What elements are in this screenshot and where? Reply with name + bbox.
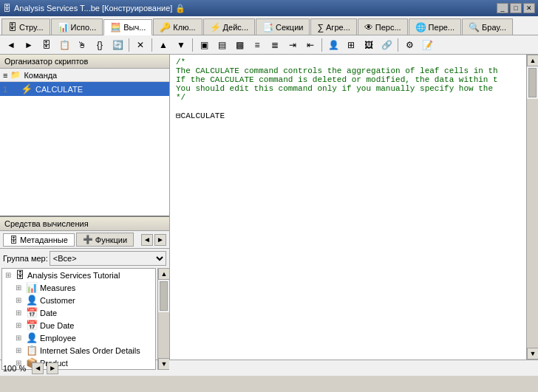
- tree-item-employee[interactable]: ⊞ 👤 Employee: [2, 331, 155, 344]
- tab-aggregate-label: Агре...: [326, 23, 350, 32]
- script-item-label-1: CALCULATE: [35, 85, 83, 94]
- tab-actions[interactable]: ⚡ Дейс...: [203, 18, 255, 35]
- toolbar-indent-btn[interactable]: ⇥: [285, 38, 301, 52]
- toolbar-grid-btn[interactable]: ⊞: [343, 38, 359, 52]
- tab-sections[interactable]: 📑 Секции: [256, 18, 310, 35]
- duedate-icon: 📅: [26, 320, 38, 331]
- toolbar-img-btn[interactable]: 🖼: [361, 38, 377, 52]
- status-nav-left[interactable]: ◄: [32, 362, 44, 374]
- tree-item-duedate-label: Due Date: [40, 321, 74, 330]
- tree-root[interactable]: ⊞ 🗄 Analysis Services Tutorial: [2, 269, 155, 281]
- command-header-label: Команда: [24, 71, 57, 80]
- toolbar-view-btn3[interactable]: ▩: [231, 38, 248, 52]
- employee-icon: 👤: [26, 332, 38, 343]
- tree-item-duedate[interactable]: ⊞ 📅 Due Date: [2, 319, 155, 331]
- tab-key-label: Клю...: [173, 23, 195, 32]
- title-bar-buttons: _ □ ✕: [497, 3, 535, 13]
- tab-key[interactable]: 🔑 Клю...: [153, 18, 202, 35]
- tree-item-date-label: Date: [40, 309, 57, 317]
- tab-functions[interactable]: ➕ Функции: [76, 233, 134, 247]
- editor-content[interactable]: /* The CALCULATE command controls the ag…: [170, 55, 526, 360]
- measures-icon: 📊: [26, 282, 38, 293]
- editor-scroll-up[interactable]: ▲: [527, 55, 538, 66]
- status-nav-right[interactable]: ►: [47, 362, 58, 374]
- measure-group-select[interactable]: <Все>: [50, 251, 166, 266]
- toolbar-btn-4[interactable]: {}: [92, 38, 108, 52]
- toolbar-view-btn[interactable]: ▣: [196, 38, 212, 52]
- tree-item-measures[interactable]: ⊞ 📊 Measures: [2, 281, 155, 294]
- editor-scroll-down[interactable]: ▼: [527, 348, 538, 360]
- functions-icon: ➕: [83, 235, 93, 244]
- toolbar-btn-5[interactable]: 🔄: [109, 38, 126, 52]
- editor-panel: /* The CALCULATE command controls the ag…: [170, 55, 538, 360]
- close-button[interactable]: ✕: [523, 3, 535, 13]
- tab-browse[interactable]: 🔍 Брау...: [462, 18, 513, 35]
- main-content: Организатор скриптов ≡ 📁 Команда 1 ⚡ CAL…: [0, 55, 538, 360]
- tree-item-customer[interactable]: ⊞ 👤 Customer: [2, 294, 155, 306]
- move-down-button[interactable]: ▼: [173, 38, 189, 52]
- script-item-icon-1: ⚡: [21, 83, 33, 94]
- tab-aggregate[interactable]: ∑ Агре...: [310, 18, 356, 35]
- toolbar-outdent-btn[interactable]: ⇤: [302, 38, 319, 52]
- tree-item-date[interactable]: ⊞ 📅 Date: [2, 306, 155, 319]
- tree-item-isod-label: Internet Sales Order Details: [40, 346, 140, 355]
- isod-expander: ⊞: [16, 346, 26, 354]
- tab-perspective[interactable]: 👁 Перс...: [358, 18, 408, 35]
- zoom-label: 100 %: [3, 364, 26, 373]
- measures-expander: ⊞: [16, 283, 26, 292]
- nav-left-arrow[interactable]: ◄: [141, 234, 153, 246]
- tab-usage[interactable]: 📊 Испо...: [51, 18, 103, 35]
- tree-item-isod[interactable]: ⊞ 📋 Internet Sales Order Details: [2, 344, 155, 357]
- tree-scroll-up[interactable]: ▲: [158, 268, 169, 280]
- toolbar-extra-btn[interactable]: ⚙: [401, 38, 418, 52]
- aggregate-icon: ∑: [317, 22, 324, 32]
- menu-toolbar-tabs: 🗄 Стру... 📊 Испо... 🧮 Выч... 🔑 Клю... ⚡ …: [0, 16, 538, 35]
- tab-metadata-label: Метаданные: [20, 235, 68, 244]
- tree-container: ⊞ 🗄 Analysis Services Tutorial ⊞ 📊 Measu…: [1, 268, 156, 370]
- usage-icon: 📊: [58, 22, 69, 32]
- toolbar-view-btn2[interactable]: ▤: [214, 38, 230, 52]
- date-expander: ⊞: [16, 309, 26, 317]
- sort-icon: ≡: [3, 71, 7, 80]
- delete-button[interactable]: ✕: [132, 38, 149, 52]
- tab-metadata[interactable]: 🗄 Метаданные: [3, 233, 75, 247]
- nav-right-arrow[interactable]: ►: [154, 234, 166, 246]
- forward-button[interactable]: ►: [21, 38, 37, 52]
- toolbar-btn-2[interactable]: 📋: [56, 38, 72, 52]
- measure-group-row: Группа мер: <Все>: [0, 249, 169, 268]
- tab-functions-label: Функции: [95, 235, 127, 244]
- tree-scroll-down[interactable]: ▼: [158, 358, 169, 370]
- toolbar-link-btn[interactable]: 🔗: [378, 38, 395, 52]
- date-icon: 📅: [26, 307, 38, 318]
- toolbar-btn-1[interactable]: 🗄: [38, 38, 55, 52]
- tab-calc[interactable]: 🧮 Выч...: [103, 19, 152, 35]
- toolbar-user-btn[interactable]: 👤: [325, 38, 341, 52]
- title-bar: 🗄 Analysis Services T...be [Конструирова…: [0, 0, 538, 16]
- toolbar-sort-btn[interactable]: ≡: [249, 38, 265, 52]
- script-organizer: Организатор скриптов ≡ 📁 Команда 1 ⚡ CAL…: [0, 55, 169, 217]
- back-button[interactable]: ◄: [3, 38, 19, 52]
- editor-scrollbar: ▲ ▼: [526, 55, 538, 360]
- minimize-button[interactable]: _: [497, 3, 508, 13]
- lock-icon: 🔒: [175, 4, 185, 13]
- separator-3: [192, 38, 193, 52]
- tree-scroll-thumb[interactable]: [160, 281, 168, 311]
- script-item-calculate[interactable]: 1 ⚡ CALCULATE: [0, 82, 169, 96]
- separator-1: [129, 38, 129, 52]
- separator-5: [398, 38, 398, 52]
- root-icon: 🗄: [16, 269, 25, 281]
- tree-wrapper: ⊞ 🗄 Analysis Services Tutorial ⊞ 📊 Measu…: [0, 268, 169, 370]
- tab-structure[interactable]: 🗄 Стру...: [1, 18, 50, 35]
- tree-item-customer-label: Customer: [40, 296, 75, 305]
- tab-translate[interactable]: 🌐 Пере...: [409, 18, 461, 35]
- structure-icon: 🗄: [8, 22, 17, 32]
- toolbar-sort-btn2[interactable]: ≣: [267, 38, 283, 52]
- maximize-button[interactable]: □: [510, 3, 522, 13]
- move-up-button[interactable]: ▲: [155, 38, 171, 52]
- script-list-header-row: ≡ 📁 Команда: [0, 69, 169, 82]
- title-label: Analysis Services T...be [Конструировани…: [14, 4, 172, 13]
- toolbar-extra-btn2[interactable]: 📝: [419, 38, 435, 52]
- toolbar-btn-3[interactable]: 🖱: [74, 38, 90, 52]
- editor-scroll-thumb[interactable]: [528, 68, 537, 97]
- tree-item-employee-label: Employee: [40, 334, 76, 343]
